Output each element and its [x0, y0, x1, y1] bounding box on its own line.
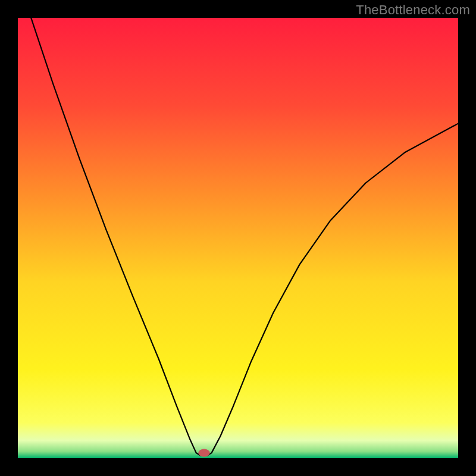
plot-area [18, 18, 458, 458]
watermark-text: TheBottleneck.com [356, 2, 470, 18]
chart-frame: TheBottleneck.com [0, 0, 476, 476]
gradient-background [18, 18, 458, 458]
chart-svg [18, 18, 458, 458]
minimum-marker [198, 449, 209, 456]
